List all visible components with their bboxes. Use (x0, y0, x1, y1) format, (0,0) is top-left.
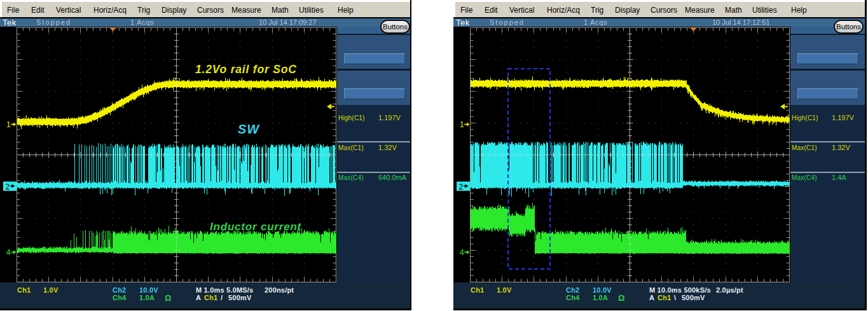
svg-text:Inductor current: Inductor current (210, 221, 302, 233)
svg-text:2: 2 (459, 183, 464, 191)
svg-text:2: 2 (6, 183, 10, 191)
svg-text:1: 1 (6, 120, 11, 129)
svg-text:4: 4 (460, 248, 464, 257)
svg-text:1: 1 (460, 120, 464, 129)
svg-text:1.2Vo rail for SoC: 1.2Vo rail for SoC (195, 63, 297, 76)
svg-text:SW: SW (238, 122, 260, 136)
svg-text:4: 4 (6, 248, 11, 257)
